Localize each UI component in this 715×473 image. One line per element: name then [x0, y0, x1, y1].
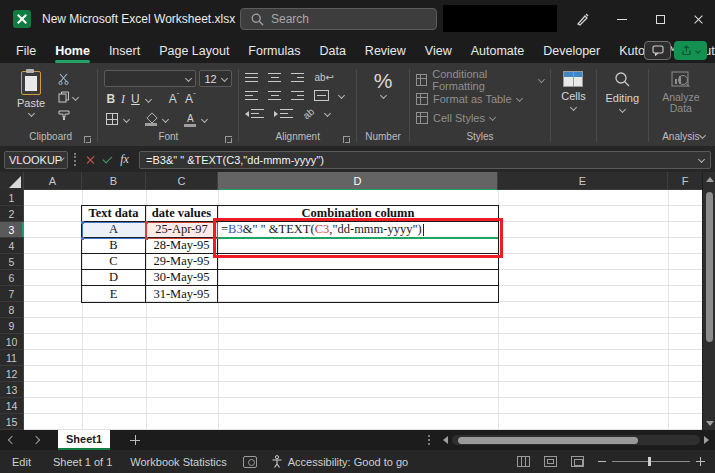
borders-dropdown-chevron-icon[interactable] — [123, 115, 130, 122]
cell-d2[interactable]: Combination column — [218, 206, 498, 222]
row-header-8[interactable]: 8 — [0, 302, 24, 318]
tab-developer[interactable]: Developer — [543, 41, 600, 61]
row-header-7[interactable]: 7 — [0, 286, 24, 302]
comments-button[interactable] — [644, 41, 671, 60]
number-format-button[interactable]: % — [363, 67, 403, 131]
font-color-chevron-icon[interactable] — [201, 115, 208, 122]
font-color-button[interactable]: A — [184, 113, 196, 126]
horizontal-scrollbar-thumb[interactable] — [458, 437, 638, 444]
borders-button[interactable] — [106, 113, 118, 125]
accessibility-status[interactable]: Accessibility: Good to go — [288, 456, 408, 468]
name-box[interactable]: VLOOKUP — [4, 151, 68, 169]
row-header-13[interactable]: 13 — [0, 382, 24, 398]
next-sheet-button[interactable] — [24, 437, 48, 443]
cell-c7[interactable]: 31-May-95 — [146, 286, 218, 302]
row-header-6[interactable]: 6 — [0, 270, 24, 286]
align-top-icon[interactable] — [245, 73, 258, 82]
cell-c2[interactable]: date values — [146, 206, 218, 222]
column-header-c[interactable]: C — [146, 172, 218, 190]
horizontal-scrollbar[interactable] — [443, 433, 709, 447]
active-formula-cell-d3[interactable]: =B3&" " &TEXT(C3,"dd-mmm-yyyy") — [218, 222, 498, 239]
decrease-indent-icon[interactable] — [245, 109, 264, 118]
scroll-left-icon[interactable] — [443, 436, 448, 444]
row-header-11[interactable]: 11 — [0, 350, 24, 366]
cell-c6[interactable]: 30-May-95 — [146, 270, 218, 286]
cells-area[interactable]: Text data date values Combination column… — [24, 190, 702, 430]
cell-b5[interactable]: C — [82, 254, 146, 270]
row-header-14[interactable]: 14 — [0, 398, 24, 414]
italic-button[interactable]: I — [121, 92, 125, 107]
formula-input[interactable]: =B3&" " &TEXT(C3,"dd-mmm-yyyy") — [139, 151, 711, 169]
cancel-entry-button[interactable] — [82, 151, 99, 168]
font-dialog-launcher[interactable] — [225, 136, 232, 143]
maximize-button[interactable] — [641, 0, 679, 38]
sheet-tab-sheet1[interactable]: Sheet1 — [58, 430, 110, 450]
wrap-text-icon[interactable]: ab↩ — [314, 72, 334, 83]
column-header-d[interactable]: D — [218, 172, 498, 190]
column-header-e[interactable]: E — [498, 172, 668, 190]
format-painter-button[interactable] — [58, 108, 78, 122]
cell-b2[interactable]: Text data — [82, 206, 146, 222]
cell-d5[interactable] — [218, 254, 498, 270]
scroll-right-icon[interactable] — [704, 436, 709, 444]
cell-d4[interactable] — [218, 238, 498, 254]
align-middle-icon[interactable] — [268, 73, 281, 82]
orientation-chevron-icon[interactable] — [323, 110, 330, 117]
clipboard-dialog-launcher[interactable] — [84, 136, 91, 143]
row-header-9[interactable]: 9 — [0, 318, 24, 334]
bold-button[interactable]: B — [106, 92, 115, 106]
fill-color-button[interactable] — [145, 113, 157, 125]
copy-button[interactable] — [58, 90, 78, 104]
align-left-icon[interactable] — [245, 91, 258, 100]
merge-center-chevron-icon[interactable] — [338, 92, 345, 99]
row-header-12[interactable]: 12 — [0, 366, 24, 382]
tab-automate[interactable]: Automate — [471, 41, 525, 61]
workbook-statistics-button[interactable]: Workbook Statistics — [130, 456, 226, 468]
conditional-formatting-button[interactable]: Conditional Formatting — [416, 73, 544, 86]
page-layout-view-button[interactable] — [544, 456, 557, 467]
search-input[interactable]: Search — [240, 8, 437, 30]
cut-button[interactable] — [58, 72, 78, 86]
underline-button[interactable]: U — [131, 92, 140, 106]
row-header-15[interactable]: 15 — [0, 414, 24, 430]
new-sheet-button[interactable] — [122, 435, 148, 445]
paste-button[interactable]: Paste — [10, 67, 52, 131]
cell-b6[interactable]: D — [82, 270, 146, 286]
alignment-dialog-launcher[interactable] — [343, 136, 350, 143]
font-name-select[interactable] — [104, 70, 196, 87]
column-header-a[interactable]: A — [24, 172, 82, 190]
tab-formulas[interactable]: Formulas — [248, 41, 300, 61]
row-header-10[interactable]: 10 — [0, 334, 24, 350]
vertical-scrollbar-thumb[interactable] — [706, 192, 713, 342]
tab-view[interactable]: View — [425, 41, 452, 61]
align-right-icon[interactable] — [291, 91, 304, 100]
zoom-out-icon[interactable] — [598, 461, 606, 462]
underline-dropdown-chevron-icon[interactable] — [145, 95, 152, 102]
zoom-slider-thumb[interactable] — [648, 457, 651, 466]
minimize-button[interactable] — [603, 0, 641, 38]
cell-styles-button[interactable]: Cell Styles — [416, 111, 544, 124]
cell-b4[interactable]: B — [82, 238, 146, 254]
orientation-icon[interactable]: ab — [301, 106, 317, 122]
tab-home[interactable]: Home — [55, 41, 90, 61]
cell-d6[interactable] — [218, 270, 498, 286]
tab-page-layout[interactable]: Page Layout — [159, 41, 229, 61]
share-button[interactable] — [674, 41, 707, 60]
scroll-down-button[interactable] — [703, 416, 715, 430]
format-as-table-button[interactable]: Format as Table — [416, 92, 544, 105]
merge-center-icon[interactable] — [314, 90, 329, 101]
analyze-data-button[interactable]: AnalyzeData — [655, 67, 707, 131]
tab-data[interactable]: Data — [319, 41, 345, 61]
inking-button[interactable] — [570, 8, 594, 30]
tab-file[interactable]: File — [16, 41, 36, 61]
row-header-3[interactable]: 3 — [0, 222, 24, 238]
row-header-1[interactable]: 1 — [0, 190, 24, 206]
horizontal-scrollbar-track[interactable] — [452, 435, 700, 445]
cell-d7[interactable] — [218, 286, 498, 302]
cell-b7[interactable]: E — [82, 286, 146, 302]
cell-c5[interactable]: 29-May-95 — [146, 254, 218, 270]
increase-indent-icon[interactable] — [274, 109, 293, 118]
confirm-entry-button[interactable] — [99, 151, 116, 168]
column-header-b[interactable]: B — [82, 172, 146, 190]
column-header-f[interactable]: F — [668, 172, 702, 190]
